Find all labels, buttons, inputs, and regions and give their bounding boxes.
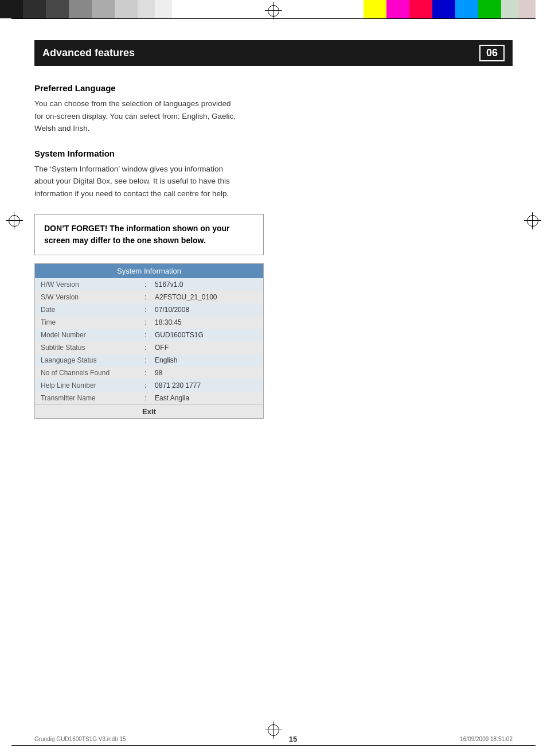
- section-body-system-information: The ‘System Information’ window gives yo…: [34, 163, 241, 200]
- row-label: Help Line Number: [35, 379, 144, 392]
- row-label: H/W Version: [35, 278, 144, 291]
- row-colon: :: [144, 367, 149, 379]
- row-label: Laanguage Status: [35, 354, 144, 367]
- row-value: OFF: [149, 341, 263, 354]
- table-row: Transmitter Name:East Anglia: [35, 392, 263, 404]
- row-colon: :: [144, 341, 149, 354]
- row-label: Time: [35, 316, 144, 329]
- footer-page-number: 15: [289, 735, 297, 743]
- system-info-table: H/W Version:5167v1.0S/W Version:A2FSTOU_…: [35, 278, 263, 404]
- page-title: Advanced features: [42, 47, 135, 59]
- table-row: S/W Version:A2FSTOU_21_0100: [35, 291, 263, 303]
- row-label: Subtitle Status: [35, 341, 144, 354]
- row-value: English: [149, 354, 263, 367]
- row-value: A2FSTOU_21_0100: [149, 291, 263, 303]
- table-row: Help Line Number:0871 230 1777: [35, 379, 263, 392]
- row-label: S/W Version: [35, 291, 144, 303]
- section-system-information: System Information The ‘System Informati…: [34, 149, 513, 200]
- section-heading-system-information: System Information: [34, 149, 513, 158]
- system-info-header: System Information: [35, 264, 263, 278]
- header-bar: Advanced features 06: [34, 40, 513, 66]
- table-row: Time:18:30:45: [35, 316, 263, 329]
- row-colon: :: [144, 291, 149, 303]
- row-value: 18:30:45: [149, 316, 263, 329]
- table-row: Subtitle Status:OFF: [35, 341, 263, 354]
- footer-file: Grundig GUD1600TS1G V3.indb 15: [34, 736, 126, 742]
- crosshair-left: [6, 212, 23, 229]
- row-value: 07/10/2008: [149, 303, 263, 316]
- footer-date: 16/09/2009 18:51:02: [460, 736, 513, 742]
- row-colon: :: [144, 316, 149, 329]
- row-label: Transmitter Name: [35, 392, 144, 404]
- section-preferred-language: Preferred Language You can choose from t…: [34, 83, 513, 135]
- row-value: East Anglia: [149, 392, 263, 404]
- row-value: 5167v1.0: [149, 278, 263, 291]
- system-info-footer: Exit: [35, 404, 263, 418]
- warning-text: DON’T FORGET! The information shown on y…: [44, 224, 230, 245]
- system-info-container: System Information H/W Version:5167v1.0S…: [34, 263, 264, 419]
- table-row: Model Number:GUD1600TS1G: [35, 329, 263, 341]
- row-colon: :: [144, 392, 149, 404]
- row-value: GUD1600TS1G: [149, 329, 263, 341]
- row-colon: :: [144, 278, 149, 291]
- page-footer: Grundig GUD1600TS1G V3.indb 15 15 16/09/…: [34, 735, 513, 743]
- row-value: 0871 230 1777: [149, 379, 263, 392]
- warning-box: DON’T FORGET! The information shown on y…: [34, 214, 264, 255]
- crosshair-right: [524, 212, 541, 229]
- row-label: No of Channels Found: [35, 367, 144, 379]
- row-colon: :: [144, 379, 149, 392]
- table-row: No of Channels Found:98: [35, 367, 263, 379]
- table-row: Date:07/10/2008: [35, 303, 263, 316]
- row-colon: :: [144, 354, 149, 367]
- row-colon: :: [144, 329, 149, 341]
- table-row: H/W Version:5167v1.0: [35, 278, 263, 291]
- border-bottom: [11, 745, 536, 746]
- row-value: 98: [149, 367, 263, 379]
- row-label: Model Number: [35, 329, 144, 341]
- table-row: Laanguage Status:English: [35, 354, 263, 367]
- main-content: Advanced features 06 Preferred Language …: [34, 40, 513, 419]
- page-number: 06: [479, 45, 505, 61]
- row-colon: :: [144, 303, 149, 316]
- crosshair-top: [265, 2, 282, 20]
- section-heading-preferred-language: Preferred Language: [34, 83, 513, 93]
- section-body-preferred-language: You can choose from the selection of lan…: [34, 98, 241, 135]
- row-label: Date: [35, 303, 144, 316]
